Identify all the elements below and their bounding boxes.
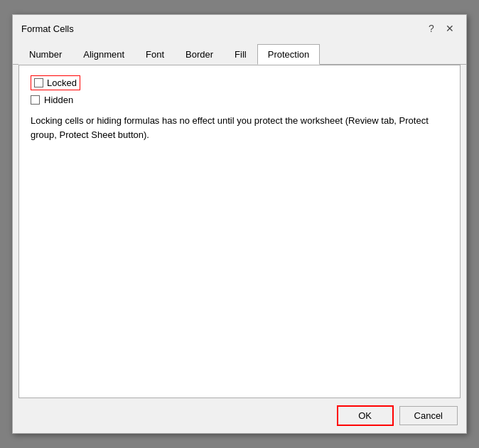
close-button[interactable]: ✕	[442, 21, 458, 36]
tab-font[interactable]: Font	[135, 44, 175, 65]
title-controls: ? ✕	[424, 21, 458, 36]
title-bar: Format Cells ? ✕	[13, 15, 466, 41]
hidden-label[interactable]: Hidden	[44, 95, 73, 105]
help-button[interactable]: ?	[424, 21, 439, 36]
tab-border[interactable]: Border	[175, 44, 224, 65]
protection-description: Locking cells or hiding formulas has no …	[31, 114, 448, 142]
tab-protection[interactable]: Protection	[257, 44, 321, 65]
locked-label[interactable]: Locked	[47, 78, 77, 88]
ok-button[interactable]: OK	[337, 405, 394, 426]
hidden-checkbox[interactable]	[31, 95, 40, 105]
cancel-button[interactable]: Cancel	[399, 406, 458, 425]
tab-alignment[interactable]: Alignment	[72, 44, 135, 65]
dialog-title: Format Cells	[21, 23, 74, 34]
locked-row: Locked	[31, 75, 448, 90]
locked-checkbox[interactable]	[34, 78, 43, 87]
protection-content: Locked Hidden Locking cells or hiding fo…	[18, 65, 461, 398]
tab-bar: Number Alignment Font Border Fill Protec…	[13, 43, 466, 65]
footer: OK Cancel	[13, 398, 466, 433]
locked-wrapper: Locked	[31, 75, 80, 90]
format-cells-dialog: Format Cells ? ✕ Number Alignment Font B…	[12, 14, 467, 434]
tab-number[interactable]: Number	[18, 44, 72, 65]
hidden-row: Hidden	[31, 95, 448, 105]
tab-fill[interactable]: Fill	[224, 44, 257, 65]
